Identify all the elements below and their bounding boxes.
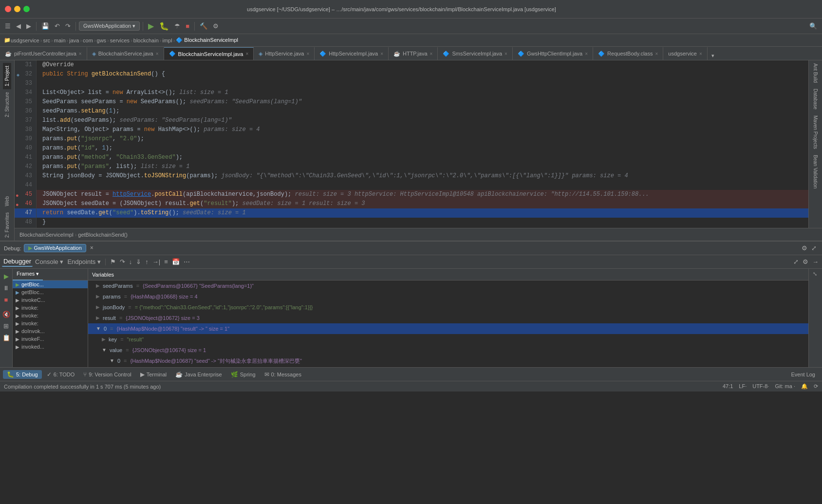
pause-btn[interactable]: ⏸	[1, 282, 12, 293]
debug-session-close[interactable]: ×	[90, 245, 93, 252]
expand-icon[interactable]: ▼	[96, 324, 101, 333]
console-tab-btn[interactable]: Console ▾	[34, 257, 65, 266]
var-node-0[interactable]: ▼ 0 = {HashMap$Node@10678} "result" -> "…	[88, 323, 808, 334]
trace-current-btn[interactable]: 📅	[170, 257, 181, 266]
settings2-btn[interactable]: ⚙	[801, 257, 810, 266]
tab-project[interactable]: usdgservice ×	[663, 47, 708, 60]
stack-item-getbloc2[interactable]: ▶ getBloc...	[13, 288, 88, 296]
save-btn[interactable]: 💾	[39, 21, 51, 31]
tab-blockchain-impl[interactable]: 🔷 BlockchainServiceImpl.java ×	[164, 47, 254, 60]
maximize-button[interactable]	[23, 6, 30, 12]
bc-blockchain[interactable]: blockchain	[133, 37, 159, 43]
stack-item-invoked[interactable]: ▶ invoked...	[13, 343, 88, 351]
evaluate-expr-btn[interactable]: ≡	[163, 257, 169, 266]
var-id-node[interactable]: ▶ 1 = {HashMap$Node@10679} "id" -> "1"	[88, 366, 808, 367]
bc-gws[interactable]: gws	[97, 37, 107, 43]
close-button[interactable]	[5, 6, 11, 12]
bc-class[interactable]: 🔷 BlockchainServiceImpl	[176, 37, 238, 43]
tab-request-body[interactable]: 🔷 RequestBody.class ×	[593, 47, 663, 60]
tab-http-service[interactable]: ◈ HttpService.java ×	[254, 47, 315, 60]
notification-icon[interactable]: 🔔	[801, 383, 808, 390]
stack-item-invoke2[interactable]: ▶ invoke:	[13, 312, 88, 319]
menu-btn[interactable]: ☰	[3, 21, 13, 31]
mute-btn[interactable]: 🔇	[1, 309, 12, 319]
forward-btn[interactable]: ▶	[24, 21, 33, 31]
maven-panel-btn[interactable]: Maven Projects	[811, 112, 820, 152]
todo-tab-btn[interactable]: ✓ 6: TODO	[43, 370, 79, 379]
debug-restore-btn[interactable]: ⤢	[810, 243, 818, 253]
resume-btn[interactable]: ▶	[1, 271, 12, 281]
stack-item-invokef[interactable]: ▶ invokeF...	[13, 335, 88, 343]
stack-item-invokec[interactable]: ▶ invokeC...	[13, 296, 88, 304]
run-to-cursor-btn[interactable]: →|	[151, 257, 162, 266]
project-panel-btn[interactable]: 1: Project	[3, 63, 11, 89]
build-btn[interactable]: 🔨	[198, 21, 209, 31]
sync-icon[interactable]: ⟳	[814, 383, 818, 390]
tab-close-icon[interactable]: ×	[655, 51, 658, 56]
debug-tab-btn[interactable]: 🐛 5: Debug	[3, 370, 42, 379]
structure-panel-btn[interactable]: 2: Structure	[3, 89, 11, 120]
web-panel-btn[interactable]: Web	[3, 193, 11, 209]
tab-close-icon[interactable]: ×	[699, 51, 702, 56]
redo-btn[interactable]: ↷	[63, 21, 73, 31]
tab-http-impl[interactable]: 🔷 HttpServiceImpl.java ×	[315, 47, 389, 60]
tab-gws-http[interactable]: 🔷 GwsHttpClientImpl.java ×	[513, 47, 593, 60]
run-button[interactable]: ▶	[146, 20, 156, 32]
stack-item-getbloc1[interactable]: ▶ getBloc...	[13, 280, 88, 288]
force-step-into-btn[interactable]: ⇓	[134, 257, 143, 266]
encoding[interactable]: UTF-8·	[752, 383, 769, 390]
stop-debug-btn[interactable]: ■	[1, 294, 12, 305]
tab-close-icon[interactable]: ×	[156, 51, 159, 56]
step-over-btn[interactable]: ↷	[118, 257, 127, 266]
tab-http[interactable]: ☕ HTTP.java ×	[389, 47, 438, 60]
bean-validation-panel-btn[interactable]: Bean Validation	[811, 152, 820, 191]
debug-button[interactable]: 🐛	[157, 20, 171, 32]
debug-actions-btn[interactable]: ⋯	[182, 257, 191, 266]
var-key[interactable]: ▶ key = "result"	[88, 334, 808, 345]
debug-settings-btn[interactable]: ⚙	[800, 243, 809, 253]
restore-vars-btn[interactable]: ⤢	[811, 271, 820, 277]
tab-close-icon[interactable]: ×	[245, 51, 248, 56]
bc-method-name[interactable]: getBlockchainSend()	[78, 232, 128, 238]
vcs-status[interactable]: Git: ma ·	[775, 383, 795, 390]
bc-java[interactable]: java	[69, 37, 79, 43]
step-out-btn[interactable]: ↑	[144, 257, 150, 266]
run-config-dropdown[interactable]: GwsWebApplication ▾	[79, 21, 140, 31]
back-btn[interactable]: ◀	[14, 21, 23, 31]
tab-pi-front[interactable]: ☕ piFrontUserController.java ×	[0, 47, 87, 60]
cursor-position[interactable]: 47:1	[723, 383, 733, 390]
expand-icon[interactable]: ▼	[102, 346, 107, 355]
messages-tab-btn[interactable]: ✉ 0: Messages	[261, 370, 305, 379]
show-execution-btn[interactable]: ⚑	[109, 257, 117, 266]
event-log-tab-btn[interactable]: Event Log	[787, 371, 819, 378]
bc-impl[interactable]: impl	[162, 37, 172, 43]
var-params[interactable]: ▶ params = {HashMap@10668} size = 4	[88, 291, 808, 302]
coverage-btn[interactable]: ☂	[172, 21, 182, 31]
tab-sms[interactable]: 🔷 SmsServiceImpl.java ×	[438, 47, 513, 60]
tab-blockchain-service[interactable]: ◈ BlockchainService.java ×	[87, 47, 164, 60]
stack-item-invoke1[interactable]: ▶ invoke:	[13, 304, 88, 312]
var-value[interactable]: ▼ value = {JSONObject@10674} size = 1	[88, 345, 808, 355]
var-jsonbody[interactable]: ▶ jsonBody = = {"method":"Chain33.GenSee…	[88, 302, 808, 313]
expand-icon[interactable]: ▶	[102, 335, 106, 344]
expand-icon[interactable]: ▶	[96, 314, 100, 322]
expand-icon[interactable]: ▼	[110, 356, 114, 365]
bc-main[interactable]: main	[54, 37, 66, 43]
vcs-tab-btn[interactable]: ⑂ 9: Version Control	[79, 370, 135, 379]
favorites-panel-btn[interactable]: 2: Favorites	[3, 209, 11, 241]
tab-close-icon[interactable]: ×	[504, 51, 507, 56]
bc-class-name[interactable]: BlockchainServiceImpl	[19, 232, 74, 238]
bc-services[interactable]: services	[110, 37, 130, 43]
stop-btn[interactable]: ■	[184, 21, 191, 31]
var-seedparams[interactable]: ▶ seedParams = {SeedParams@10667} "SeedP…	[88, 280, 808, 291]
settings-btn[interactable]: ⚙	[211, 21, 221, 31]
view-breakpoints-btn[interactable]: ⊞	[1, 320, 12, 331]
search-everywhere-btn[interactable]: 🔍	[807, 21, 819, 31]
var-result[interactable]: ▶ result = {JSONObject@10672} size = 3	[88, 313, 808, 323]
bc-src[interactable]: src	[43, 37, 50, 43]
endpoints-tab-btn[interactable]: Endpoints ▾	[66, 257, 102, 266]
close-panel-btn[interactable]: →	[811, 257, 820, 266]
tab-close-icon[interactable]: ×	[430, 51, 433, 56]
restore-layout-btn[interactable]: ⤢	[792, 257, 800, 266]
tab-overflow-btn[interactable]: ▾	[710, 52, 716, 60]
